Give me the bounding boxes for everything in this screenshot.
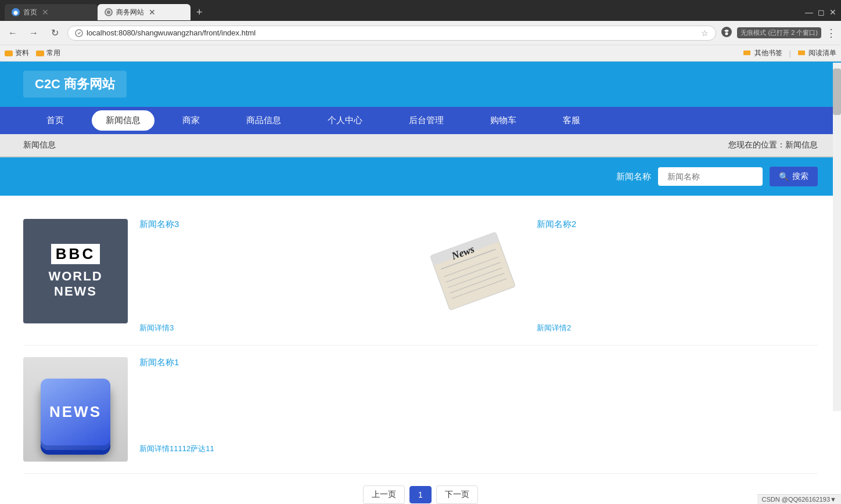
- toolbar-right: 无痕模式 (已打开 2 个窗口) ⋮: [721, 26, 836, 39]
- incognito-badge: [721, 26, 732, 39]
- scrollbar-thumb[interactable]: [833, 69, 841, 115]
- status-text: CSDN @QQ626162193▼: [762, 496, 836, 503]
- site-nav: 首页 新闻信息 商家 商品信息 个人中心 后台管理 购物车 客服: [0, 107, 841, 134]
- bbc-world-text: WORLD: [48, 269, 102, 284]
- svg-point-2: [106, 10, 111, 15]
- browser-chrome: ⬤ 首页 ✕ 商务网站 ✕ + — ◻ ✕ ← → ↻: [0, 0, 841, 62]
- news-detail-1[interactable]: 新闻详情11112萨达11: [139, 444, 420, 454]
- news-image-bbc: BBC WORLD NEWS: [23, 219, 128, 323]
- news-grid: BBC WORLD NEWS 新闻名称3 新闻详情3: [23, 207, 818, 474]
- pagination: 上一页 1 下一页: [23, 474, 818, 504]
- divider: |: [789, 49, 791, 57]
- bookmarks-right: 其他书签 | 阅读清单: [743, 48, 836, 58]
- tab-add-button[interactable]: +: [193, 6, 206, 19]
- news-image-keyboard: NEWS: [23, 357, 128, 462]
- tab-favicon-business: [105, 8, 113, 16]
- news-title-1[interactable]: 新闻名称1: [139, 357, 420, 368]
- browser-toolbar: ← → ↻ ☆ 无痕模式 (已打开 2 个窗口) ⋮: [0, 21, 841, 45]
- news-content-3: 新闻名称3 新闻详情3: [139, 219, 420, 333]
- search-icon: 🔍: [779, 172, 789, 181]
- news-detail-3[interactable]: 新闻详情3: [139, 323, 420, 333]
- news-title-2[interactable]: 新闻名称2: [537, 219, 818, 230]
- breadcrumb-current: 新闻信息: [23, 140, 56, 150]
- nav-cart[interactable]: 购物车: [467, 107, 540, 134]
- main-content: BBC WORLD NEWS 新闻名称3 新闻详情3: [0, 196, 841, 504]
- tab-home[interactable]: ⬤ 首页 ✕: [5, 4, 98, 20]
- status-bar: CSDN @QQ626162193▼: [757, 494, 841, 504]
- tab-home-label: 首页: [23, 8, 37, 17]
- browser-tabs: ⬤ 首页 ✕ 商务网站 ✕ + — ◻ ✕: [0, 0, 841, 21]
- next-page-button[interactable]: 下一页: [436, 485, 478, 504]
- tab-business-label: 商务网站: [116, 8, 144, 17]
- nav-products[interactable]: 商品信息: [223, 107, 304, 134]
- nav-admin[interactable]: 后台管理: [386, 107, 467, 134]
- nav-personal[interactable]: 个人中心: [304, 107, 386, 134]
- secure-icon: [75, 29, 83, 37]
- close-button[interactable]: ✕: [829, 8, 836, 17]
- breadcrumb-location: 您现在的位置：新闻信息: [728, 140, 818, 150]
- news-key-label: NEWS: [49, 403, 102, 421]
- back-button[interactable]: ←: [5, 25, 21, 41]
- prev-page-button[interactable]: 上一页: [363, 485, 405, 504]
- other-bookmarks[interactable]: 其他书签: [743, 48, 782, 58]
- news-item-empty: [420, 345, 818, 474]
- news-item-3: BBC WORLD NEWS 新闻名称3 新闻详情3: [23, 207, 420, 345]
- search-bar: 新闻名称 🔍 搜索: [0, 157, 841, 196]
- bookmark-ziliao-icon: [5, 51, 13, 56]
- incognito-label: 无痕模式 (已打开 2 个窗口): [737, 27, 821, 38]
- maximize-button[interactable]: ◻: [818, 8, 825, 17]
- bbc-news-text: NEWS: [54, 284, 97, 299]
- tab-business[interactable]: 商务网站 ✕: [98, 4, 191, 20]
- search-input[interactable]: [658, 167, 763, 186]
- nav-service[interactable]: 客服: [540, 107, 603, 134]
- minimize-button[interactable]: —: [805, 8, 813, 17]
- address-bar[interactable]: ☆: [67, 26, 716, 41]
- news-title-3[interactable]: 新闻名称3: [139, 219, 420, 230]
- nav-news[interactable]: 新闻信息: [92, 110, 154, 131]
- bookmark-star-icon[interactable]: ☆: [701, 28, 709, 38]
- reading-list[interactable]: 阅读清单: [798, 48, 836, 58]
- breadcrumb-bar: 新闻信息 您现在的位置：新闻信息: [0, 134, 841, 157]
- bookmarks-bar: 资料 常用 其他书签 | 阅读清单: [0, 45, 841, 62]
- tab-home-close[interactable]: ✕: [42, 8, 49, 17]
- reload-button[interactable]: ↻: [46, 25, 63, 41]
- bbc-logo: BBC: [51, 244, 100, 264]
- svg-text:⬤: ⬤: [13, 10, 18, 15]
- menu-button[interactable]: ⋮: [826, 27, 836, 39]
- search-label: 新闻名称: [616, 171, 651, 182]
- bookmark-ziliao-label: 资料: [15, 48, 29, 58]
- tab-favicon-home: ⬤: [12, 8, 20, 16]
- bookmark-ziliao[interactable]: 资料: [5, 48, 29, 58]
- tab-business-close[interactable]: ✕: [149, 8, 156, 17]
- news-item-1: NEWS 新闻名称1 新闻详情11112萨达11: [23, 345, 420, 474]
- site-logo[interactable]: C2C 商务网站: [23, 71, 127, 98]
- forward-button[interactable]: →: [26, 25, 42, 41]
- news-image-newspaper: News: [420, 219, 525, 323]
- scrollbar-track[interactable]: [833, 63, 841, 411]
- bookmark-changyong-icon: [36, 51, 44, 56]
- current-page-button[interactable]: 1: [409, 486, 432, 503]
- site-header: C2C 商务网站: [0, 62, 841, 107]
- tab-controls: — ◻ ✕: [805, 8, 836, 17]
- newspaper-svg: News: [420, 219, 525, 323]
- search-button[interactable]: 🔍 搜索: [770, 167, 818, 186]
- news-detail-2[interactable]: 新闻详情2: [537, 323, 818, 333]
- bookmark-changyong-label: 常用: [46, 48, 60, 58]
- nav-home[interactable]: 首页: [23, 107, 87, 134]
- nav-merchant[interactable]: 商家: [159, 107, 223, 134]
- svg-point-5: [725, 33, 728, 35]
- news-item-2: News 新闻名称2 新闻详情2: [420, 207, 818, 345]
- news-content-1: 新闻名称1 新闻详情11112萨达11: [139, 357, 420, 462]
- news-content-2: 新闻名称2 新闻详情2: [537, 219, 818, 333]
- bookmark-changyong[interactable]: 常用: [36, 48, 60, 58]
- url-input[interactable]: [87, 28, 698, 37]
